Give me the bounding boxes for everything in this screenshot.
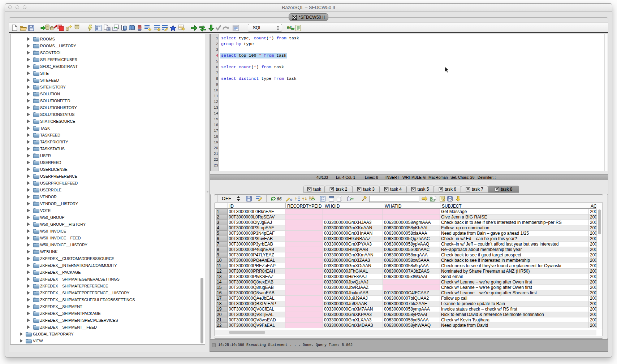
svg-text:66: 66 (277, 196, 282, 201)
svg-text:66: 66 (287, 25, 292, 30)
